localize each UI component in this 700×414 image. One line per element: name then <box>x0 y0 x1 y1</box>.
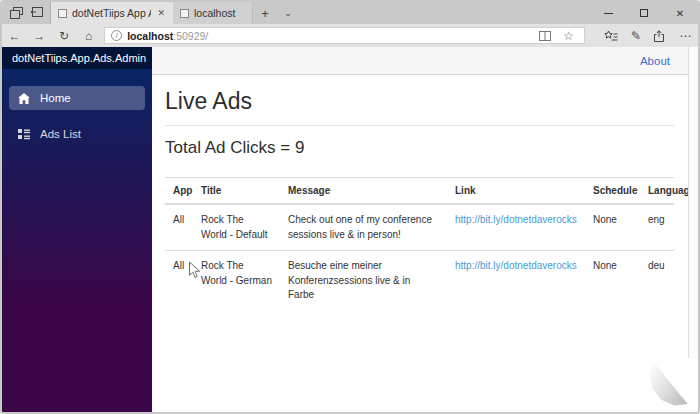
cell-schedule: None <box>585 204 640 251</box>
back-button[interactable]: ← <box>2 29 27 43</box>
page-content: Live Ads Total Ad Clicks = 9 App Title M… <box>152 75 688 311</box>
cell-title: Rock The World - German <box>193 251 280 311</box>
site-info-icon[interactable]: i <box>111 30 122 41</box>
list-icon <box>17 129 31 140</box>
sidebar-item-label: Home <box>40 92 71 104</box>
ads-table: App Title Message Link Schedule Language… <box>165 177 674 311</box>
page-title: Live Ads <box>165 88 674 115</box>
main-area: About Live Ads Total Ad Clicks = 9 App T… <box>152 47 688 412</box>
app-top-row: About <box>152 47 688 75</box>
table-row: All Rock The World - German Besuche eine… <box>165 251 674 311</box>
forward-button[interactable]: → <box>27 29 52 43</box>
ad-link[interactable]: http://bit.ly/dotnetdaverocks <box>455 214 577 225</box>
col-header-title: Title <box>193 178 280 205</box>
tab-title: localhost <box>194 7 245 19</box>
maximize-icon <box>640 9 648 17</box>
window-controls: ✕ <box>590 2 698 24</box>
tab-bar: dotNetTiips App Ads Ac ✕ localhost + ⌄ ✕ <box>2 2 698 24</box>
page-favicon-icon <box>58 9 67 18</box>
title-divider <box>165 125 674 126</box>
minimize-icon <box>604 13 613 14</box>
tab-tools <box>2 2 51 24</box>
browser-tab-active[interactable]: dotNetTiips App Ads Ac ✕ <box>51 2 173 24</box>
url-host: localhost <box>127 30 173 42</box>
tab-title: dotNetTiips App Ads Ac <box>72 7 151 19</box>
col-header-message: Message <box>280 178 447 205</box>
tab-list-chevron-icon[interactable]: ⌄ <box>277 2 299 24</box>
minimize-button[interactable] <box>590 2 626 24</box>
app-brand[interactable]: dotNetTiips.App.Ads.Admin <box>2 47 152 69</box>
cell-message: Besuche eine meiner Konferenzsessions li… <box>280 251 447 311</box>
page-viewport: dotNetTiips.App.Ads.Admin Home Ads List <box>2 47 698 412</box>
browser-tab-localhost[interactable]: localhost <box>173 2 253 24</box>
hub-favorites-icon[interactable] <box>599 30 624 42</box>
add-favorite-star-icon[interactable]: ☆ <box>563 29 574 43</box>
sidebar-item-home[interactable]: Home <box>9 86 145 110</box>
col-header-link: Link <box>447 178 585 205</box>
table-row: All Rock The World - Default Check out o… <box>165 204 674 251</box>
page-favicon-icon <box>180 9 189 18</box>
new-tab-button[interactable]: + <box>253 2 277 24</box>
address-toolbar: ← → ↻ ⌂ i localhost :50929/ ☆ ✎ ⋯ <box>2 24 698 47</box>
refresh-button[interactable]: ↻ <box>52 29 77 43</box>
more-actions-icon[interactable]: ⋯ <box>673 29 698 43</box>
ad-link[interactable]: http://bit.ly/dotnetdaverocks <box>455 260 577 271</box>
tab-preview-button[interactable] <box>28 6 44 20</box>
close-window-button[interactable]: ✕ <box>662 2 698 24</box>
page-curl-flap <box>644 358 700 414</box>
cell-app: All <box>165 204 193 251</box>
maximize-button[interactable] <box>626 2 662 24</box>
home-icon <box>17 93 31 104</box>
browser-window: dotNetTiips App Ads Ac ✕ localhost + ⌄ ✕… <box>0 0 700 414</box>
total-clicks-heading: Total Ad Clicks = 9 <box>165 138 674 158</box>
sidebar-item-ads-list[interactable]: Ads List <box>9 122 145 146</box>
sidebar-nav: Home Ads List <box>2 69 152 146</box>
mouse-cursor-icon <box>188 261 201 283</box>
home-button[interactable]: ⌂ <box>76 29 101 43</box>
col-header-schedule: Schedule <box>585 178 640 205</box>
about-link[interactable]: About <box>640 55 670 67</box>
share-icon[interactable] <box>648 30 673 42</box>
web-note-pen-icon[interactable]: ✎ <box>624 29 649 43</box>
close-tab-icon[interactable]: ✕ <box>156 8 166 18</box>
cell-language: deu <box>640 251 674 311</box>
url-path: :50929/ <box>173 30 208 42</box>
cell-message: Check out one of my conference sessions … <box>280 204 447 251</box>
col-header-language: Language <box>640 178 674 205</box>
set-tabs-aside-button[interactable] <box>8 6 24 20</box>
page-curl-decoration <box>644 358 700 414</box>
ads-table-header: App Title Message Link Schedule Language <box>165 178 674 205</box>
reading-view-icon[interactable] <box>539 31 551 41</box>
cell-schedule: None <box>585 251 640 311</box>
address-bar[interactable]: i localhost :50929/ ☆ <box>104 27 585 44</box>
cell-title: Rock The World - Default <box>193 204 280 251</box>
sidebar-item-label: Ads List <box>40 128 81 140</box>
cell-language: eng <box>640 204 674 251</box>
sidebar: dotNetTiips.App.Ads.Admin Home Ads List <box>2 47 152 412</box>
col-header-app: App <box>165 178 193 205</box>
